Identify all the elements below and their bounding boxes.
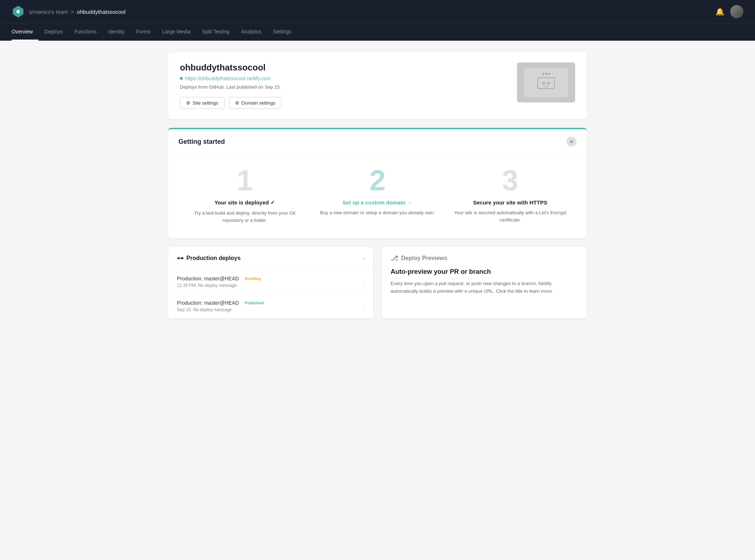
steps-row: 1 Your site is deployed ✓ Try a test bui… (168, 154, 587, 238)
site-status-dot (180, 77, 183, 80)
bottom-row: ⊶ Production deploys › Production: maste… (168, 247, 587, 318)
deploy-previews-title: ⎇ Deploy Previews (391, 254, 578, 262)
step-3-title: Secure your site with HTTPS (473, 199, 547, 206)
deploy-item-published-chevron: › (363, 303, 364, 309)
site-url-link[interactable]: https://ohbuddythatssocool.netlify.com (185, 76, 271, 81)
getting-started-card: Getting started ✕ 1 Your site is deploye… (168, 128, 587, 238)
deploy-item-building[interactable]: Production: master@HEAD Building 12:26 P… (168, 270, 373, 294)
nav-item-analytics[interactable]: Analytics (235, 24, 267, 41)
netlify-logo[interactable] (12, 5, 25, 18)
header-left: tzmanics's team > ohbuddythatssocool (12, 5, 125, 18)
site-meta: Deploys from GitHub. Last published on S… (180, 84, 517, 90)
deploy-previews-title-text: Deploy Previews (401, 255, 447, 261)
step-2: 2 Set up a custom domain → Buy a new dom… (311, 166, 444, 224)
preview-dots (542, 73, 550, 75)
deploy-time-published: Sep 15: No deploy message (177, 307, 363, 312)
step-1: 1 Your site is deployed ✓ Try a test bui… (178, 166, 311, 224)
deploy-badge-building: Building (242, 276, 264, 281)
close-getting-started-button[interactable]: ✕ (566, 137, 577, 147)
nav-item-split-testing[interactable]: Split Testing (196, 24, 235, 41)
deploy-title-row-published: Production: master@HEAD Published (177, 300, 363, 306)
step-3: 3 Secure your site with HTTPS Your site … (444, 166, 577, 224)
preview-dot-3 (548, 73, 550, 75)
main-nav: Overview Deploys Functions Identity Form… (0, 23, 755, 41)
nav-item-large-media[interactable]: Large Media (156, 24, 196, 41)
step-2-title[interactable]: Set up a custom domain → (343, 199, 413, 206)
pr-icon: ⎇ (391, 254, 398, 262)
svg-point-4 (542, 82, 545, 84)
team-name[interactable]: tzmanics's team (29, 9, 68, 15)
site-name-breadcrumb[interactable]: ohbuddythatssocool (77, 9, 125, 15)
domain-settings-button[interactable]: ⚙ Domain settings (229, 97, 282, 109)
deploy-info-building: Production: master@HEAD Building 12:26 P… (177, 276, 363, 288)
production-deploys-title: ⊶ Production deploys (177, 254, 241, 262)
header: tzmanics's team > ohbuddythatssocool 🔔 (0, 0, 755, 23)
main-content: ohbuddythatssocool https://ohbuddythatss… (160, 41, 595, 330)
step-1-number: 1 (237, 166, 253, 195)
gear-icon-site: ⚙ (186, 100, 190, 106)
step-1-title: Your site is deployed ✓ (214, 199, 275, 206)
deploy-item-building-chevron: › (363, 279, 364, 285)
breadcrumb: tzmanics's team > ohbuddythatssocool (29, 9, 125, 15)
gear-icon-domain: ⚙ (235, 100, 239, 106)
deploy-title-row-building: Production: master@HEAD Building (177, 276, 363, 281)
svg-point-5 (548, 82, 550, 84)
preview-dot-1 (542, 73, 544, 75)
step-3-desc: Your site is secured automatically with … (453, 209, 568, 223)
preview-dot-2 (545, 73, 547, 75)
header-right: 🔔 (715, 5, 743, 18)
step-2-desc: Buy a new domain or setup a domain you a… (320, 209, 435, 216)
nav-item-settings[interactable]: Settings (267, 24, 298, 41)
site-info: ohbuddythatssocool https://ohbuddythatss… (180, 62, 517, 109)
nav-item-overview[interactable]: Overview (12, 24, 39, 41)
deploy-name-published: Production: master@HEAD (177, 300, 239, 306)
user-avatar[interactable] (730, 5, 743, 18)
domain-settings-label: Domain settings (242, 100, 275, 106)
getting-started-header: Getting started ✕ (168, 129, 587, 154)
deploy-name-building: Production: master@HEAD (177, 276, 239, 281)
breadcrumb-separator: > (71, 9, 74, 15)
site-action-buttons: ⚙ Site settings ⚙ Domain settings (180, 97, 517, 109)
deploy-item-published[interactable]: Production: master@HEAD Published Sep 15… (168, 294, 373, 318)
production-deploys-card: ⊶ Production deploys › Production: maste… (168, 247, 373, 318)
deploy-previews-content: ⎇ Deploy Previews Auto-preview your PR o… (382, 247, 587, 303)
avatar-image (730, 5, 743, 18)
deploy-badge-published: Published (242, 300, 267, 306)
site-title: ohbuddythatssocool (180, 62, 517, 73)
nav-item-deploys[interactable]: Deploys (39, 24, 69, 41)
site-settings-button[interactable]: ⚙ Site settings (180, 97, 225, 109)
step-3-number: 3 (502, 166, 518, 195)
production-deploys-header: ⊶ Production deploys › (168, 247, 373, 270)
site-preview-thumbnail (517, 62, 575, 102)
nav-item-functions[interactable]: Functions (69, 24, 102, 41)
nav-item-identity[interactable]: Identity (102, 24, 130, 41)
deploy-time-building: 12:26 PM: No deploy message (177, 283, 363, 288)
deploy-info-published: Production: master@HEAD Published Sep 15… (177, 300, 363, 312)
auto-preview-desc: Every time you open a pull request, or p… (391, 280, 578, 295)
site-url-row: https://ohbuddythatssocool.netlify.com (180, 76, 517, 81)
nav-item-forms[interactable]: Forms (130, 24, 157, 41)
step-1-desc: Try a test build and deploy, directly fr… (187, 210, 302, 224)
preview-face-icon (537, 77, 555, 92)
site-settings-label: Site settings (193, 100, 218, 106)
notification-bell-icon[interactable]: 🔔 (715, 7, 724, 16)
preview-screen (524, 68, 568, 97)
production-deploys-chevron: › (363, 255, 364, 261)
step-2-number: 2 (370, 166, 386, 195)
site-card: ohbuddythatssocool https://ohbuddythatss… (168, 52, 587, 119)
git-branch-icon: ⊶ (177, 254, 183, 262)
getting-started-title: Getting started (178, 138, 225, 146)
auto-preview-title: Auto-preview your PR or branch (391, 268, 578, 276)
production-deploys-title-text: Production deploys (186, 255, 241, 261)
deploy-previews-card: ⎇ Deploy Previews Auto-preview your PR o… (382, 247, 587, 318)
